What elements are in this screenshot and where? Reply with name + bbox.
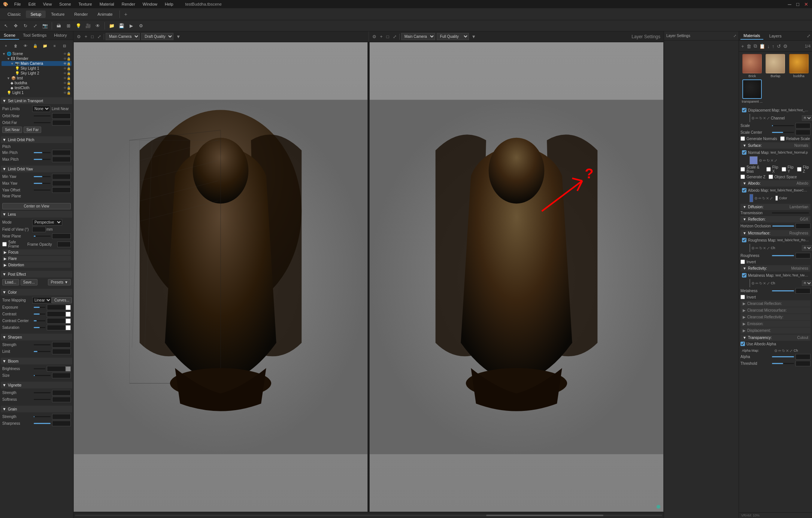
- tab-tool-settings[interactable]: Tool Settings: [19, 31, 50, 40]
- set-far-button[interactable]: Set Far: [24, 127, 41, 133]
- flip-x-checkbox[interactable]: [766, 167, 771, 172]
- minimize-button[interactable]: ─: [787, 1, 793, 7]
- transport-section[interactable]: ▼ Set Limit in Transport: [1, 97, 72, 104]
- layer-settings-expand-icon[interactable]: ⤢: [733, 34, 736, 38]
- metalness-thumb[interactable]: [749, 279, 750, 287]
- disp-scale-center-slider[interactable]: [772, 132, 794, 133]
- vignette-softness-input[interactable]: 0.0: [52, 397, 71, 402]
- light-button[interactable]: 💡: [74, 22, 83, 30]
- min-yaw-input[interactable]: -90.0: [52, 174, 71, 179]
- albedo-thumb[interactable]: [749, 194, 753, 202]
- metalness-slider[interactable]: [772, 290, 794, 291]
- menu-material[interactable]: Material: [98, 2, 116, 6]
- metal-delete-icon[interactable]: ✕: [763, 281, 766, 285]
- render-button[interactable]: ▶: [127, 22, 136, 30]
- bloom-brightness-input[interactable]: 0.0: [47, 366, 66, 372]
- albedo-delete-icon[interactable]: ✕: [766, 196, 769, 200]
- contrast-swatch[interactable]: [66, 312, 71, 317]
- albedo-section-header[interactable]: ▼ Albedo: Albedo: [740, 180, 811, 187]
- horizon-input[interactable]: 1.0: [796, 223, 811, 229]
- save-button[interactable]: 💾: [117, 22, 126, 30]
- clearcoat-section[interactable]: ▶ Clearcoat Reflection:: [740, 300, 811, 307]
- normal-delete-icon[interactable]: ✕: [770, 158, 773, 163]
- viewport1-quality-select[interactable]: Draft Quality Full Quality: [141, 33, 173, 40]
- alpha-input[interactable]: 1.0: [796, 354, 811, 360]
- viewport2-fullscreen-icon[interactable]: ⤢: [392, 34, 398, 39]
- far-right-expand-icon[interactable]: ⤢: [807, 33, 811, 39]
- tree-item-testcloth[interactable]: ◆ testCloth 👁🔒: [1, 85, 72, 90]
- orbit-far-slider[interactable]: [34, 122, 51, 123]
- flare-section[interactable]: ▶ Flare: [2, 256, 71, 261]
- scene-view-button[interactable]: 🏔: [54, 22, 63, 30]
- gen-normals-checkbox[interactable]: [740, 136, 745, 141]
- grain-strength-input[interactable]: 0.04: [52, 414, 71, 419]
- menu-window[interactable]: Window: [141, 2, 159, 6]
- roughness-input[interactable]: 1.0: [796, 253, 811, 258]
- bloom-brightness-slider[interactable]: [34, 368, 45, 369]
- orbit-near-input[interactable]: 0.0: [52, 113, 71, 119]
- roughness-invert-checkbox[interactable]: [740, 260, 745, 264]
- viewport2-quality-arrow[interactable]: ▼: [470, 34, 477, 39]
- distortion-section[interactable]: ▶ Distortion: [2, 262, 71, 268]
- alpha-expand-icon[interactable]: ⤢: [790, 349, 793, 353]
- roughness-slider[interactable]: [772, 255, 794, 256]
- layer-settings-label[interactable]: Layer Settings: [630, 34, 661, 39]
- tab-classic[interactable]: Classic: [3, 10, 25, 18]
- bloom-section[interactable]: ▼ Bloom: [1, 358, 72, 364]
- vignette-softness-slider[interactable]: [34, 399, 51, 400]
- camera-tool-button[interactable]: 📷: [40, 22, 49, 30]
- max-yaw-slider[interactable]: [34, 183, 51, 184]
- transparency-section-header[interactable]: ▼ Transparency: Cutout: [740, 334, 811, 341]
- tree-item-main-camera[interactable]: ▼ 📷 Main Camera 👁🔒: [1, 61, 72, 66]
- near-plane-slider[interactable]: [34, 236, 51, 237]
- pan-limits-select[interactable]: None: [32, 106, 50, 112]
- alpha-settings-icon[interactable]: ⚙: [774, 349, 778, 353]
- eye-button[interactable]: 👁: [93, 22, 102, 30]
- metalness-invert-checkbox[interactable]: [740, 295, 745, 299]
- saturation-slider[interactable]: [34, 327, 45, 328]
- menu-edit[interactable]: Edit: [27, 2, 37, 6]
- albedo-map-checkbox[interactable]: [742, 188, 746, 193]
- yaw-section[interactable]: ▼ Limit Orbit Yaw: [1, 166, 72, 172]
- menu-file[interactable]: File: [13, 2, 22, 6]
- viewport2-settings-icon[interactable]: ⚙: [371, 34, 378, 39]
- mat-refresh-icon[interactable]: ↺: [776, 43, 782, 50]
- focus-section[interactable]: ▶ Focus: [2, 249, 71, 255]
- grain-sharpness-input[interactable]: 1.0: [52, 421, 71, 426]
- viewport2-quality-select[interactable]: Full Quality Draft Quality: [437, 33, 469, 40]
- normal-thumb[interactable]: [749, 156, 758, 164]
- mat-import-icon[interactable]: ↓: [767, 43, 771, 50]
- saturation-input[interactable]: 1.0: [47, 325, 66, 330]
- yaw-offset-slider[interactable]: [34, 190, 51, 191]
- roughness-channel-select[interactable]: R: [802, 245, 812, 251]
- mat-add-icon[interactable]: +: [740, 43, 745, 50]
- tree-item-sky1[interactable]: 💡 Sky Light 1 👁🔒: [1, 66, 72, 71]
- disp-scale-slider[interactable]: [772, 125, 794, 126]
- rough-clear-icon[interactable]: ↻: [759, 246, 762, 250]
- viewport1-fullscreen-icon[interactable]: ⤢: [96, 34, 102, 39]
- orbit-near-slider[interactable]: [34, 115, 51, 116]
- relative-scale-checkbox[interactable]: [780, 136, 785, 141]
- disp-clear-icon[interactable]: ↻: [759, 116, 762, 120]
- tree-item-buddha[interactable]: ◆ buddha 👁🔒: [1, 81, 72, 85]
- metal-clear-icon[interactable]: ↻: [759, 281, 762, 285]
- viewport-right[interactable]: ?: [369, 42, 664, 512]
- yaw-offset-input[interactable]: 0.0: [52, 187, 71, 193]
- viewport1-expand-icon[interactable]: □: [90, 34, 95, 39]
- horizon-slider[interactable]: [772, 225, 794, 227]
- metalness-checkbox[interactable]: [742, 273, 746, 278]
- albedo-settings-icon[interactable]: ⚙: [754, 196, 758, 200]
- material-transparent[interactable]: transparent ...: [741, 79, 763, 103]
- menu-scene[interactable]: Scene: [58, 2, 72, 6]
- bloom-size-slider[interactable]: [34, 375, 51, 376]
- set-near-button[interactable]: Set Near: [2, 127, 22, 133]
- tree-lock-button[interactable]: 🔒: [31, 42, 40, 50]
- mat-copy-icon[interactable]: ⧉: [753, 42, 758, 50]
- presets-button[interactable]: Presets ▼: [48, 279, 71, 285]
- displacement-thumb[interactable]: [749, 114, 750, 122]
- max-pitch-input[interactable]: 45.0: [52, 157, 71, 162]
- contrast-center-slider[interactable]: [34, 320, 45, 321]
- mat-delete-icon[interactable]: 🗑: [746, 43, 752, 50]
- safe-frame-checkbox[interactable]: [2, 242, 7, 246]
- gen-z-checkbox[interactable]: [740, 175, 745, 179]
